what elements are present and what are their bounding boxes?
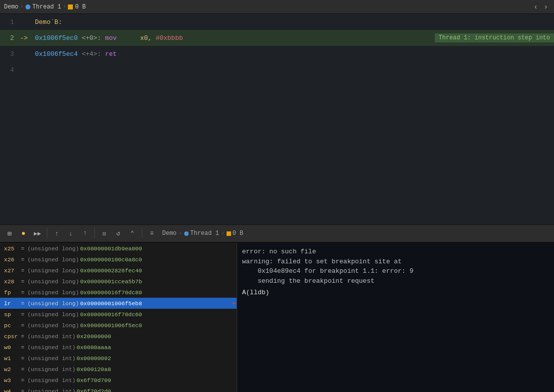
reg-val-w0: 0x0000aaaa — [77, 344, 111, 351]
frame-rect-icon — [68, 4, 73, 9]
reg-val-x28: 0x00000001ccea5b7b — [80, 278, 142, 285]
register-row-w3[interactable]: w3 = (unsigned int) 0x6f70d709 — [0, 375, 237, 386]
reg-name-cpsr: cpsr — [4, 333, 19, 340]
breadcrumb-chevron-1: › — [20, 4, 23, 9]
toolbar-breadcrumb-frame: 0 B — [227, 230, 244, 237]
reg-val-w2: 0x000120a8 — [77, 366, 111, 373]
reg-name-x25: x25 — [4, 245, 19, 252]
toolbar-breadcrumb: Demo › Thread 1 › 0 B — [162, 230, 243, 237]
reg-name-x27: x27 — [4, 267, 19, 274]
title-nav: ‹ › — [532, 2, 550, 12]
nav-back-btn[interactable]: ‹ — [532, 2, 540, 12]
reg-name-w3: w3 — [4, 377, 19, 384]
line-content-3: 0x1006f5ec4 <+4>: ret — [35, 50, 554, 58]
step-over-button[interactable]: ↑ — [51, 228, 62, 239]
line-content-1: Demo`B: — [35, 18, 554, 26]
register-row-x26[interactable]: x26 = (unsigned long) 0x0000000100c0a8c0 — [0, 254, 237, 265]
reg-val-w4: 0x6f70d2d0 — [77, 388, 111, 392]
register-row-w0[interactable]: w0 = (unsigned int) 0x0000aaaa — [0, 342, 237, 353]
reg-name-sp: sp — [4, 311, 19, 318]
frame-button[interactable]: ⊡ — [99, 228, 110, 239]
jump-button[interactable]: ⌃ — [127, 228, 138, 239]
nav-forward-btn[interactable]: › — [542, 2, 550, 12]
register-row-x27[interactable]: x27 = (unsigned long) 0x00000002826fec40 — [0, 265, 237, 276]
reg-val-x25: 0x00000001db9ea000 — [80, 245, 142, 252]
step-into-button[interactable]: ↓ — [65, 228, 76, 239]
line3-mnemonic: ret — [105, 50, 116, 58]
line2-offset: <+0>: — [82, 34, 105, 42]
breadcrumb-thread: Thread 1 — [25, 3, 61, 10]
line-num-1: 1 — [0, 18, 20, 26]
code-line-1: 1 Demo`B: — [0, 14, 554, 30]
line-num-3: 3 — [0, 50, 20, 58]
register-row-fp[interactable]: fp = (unsigned long) 0x000000016f70dc80 — [0, 287, 237, 298]
reg-name-w2: w2 — [4, 366, 19, 373]
record-button[interactable]: ● — [18, 228, 29, 239]
code-line-2: 2 -> 0x1006f5ec0 <+0>: mov x0, #0xbbbb T… — [0, 30, 554, 46]
reg-name-pc: pc — [4, 322, 19, 329]
reg-name-w4: w4 — [4, 388, 19, 392]
toolbar-thread-dot-icon — [184, 231, 189, 236]
console-prompt[interactable]: A(lldb) — [242, 288, 549, 298]
register-row-cpsr[interactable]: cpsr = (unsigned int) 0x20000000 — [0, 331, 237, 342]
register-row-w4[interactable]: w4 = (unsigned int) 0x6f70d2d0 — [0, 386, 237, 392]
code-editor: 1 Demo`B: 2 -> 0x1006f5ec0 <+0>: mov x0,… — [0, 14, 554, 224]
reg-val-x26: 0x0000000100c0a8c0 — [80, 256, 142, 263]
register-row-x28[interactable]: x28 = (unsigned long) 0x00000001ccea5b7b — [0, 276, 237, 287]
console-panel: error: no such file warning: failed to s… — [237, 243, 554, 392]
breadcrumb-chevron-2: › — [63, 4, 66, 9]
register-row-pc[interactable]: pc = (unsigned long) 0x00000001006f5ec0 — [0, 320, 237, 331]
bottom-pane: x25 = (unsigned long) 0x00000001db9ea000… — [0, 242, 554, 392]
toolbar: ⊞ ● ▶▶ ↑ ↓ ↓ ⊡ ↺ ⌃ ≡ Demo › Thread 1 › 0… — [0, 224, 554, 242]
line-arrow-2: -> — [20, 34, 35, 42]
reg-val-w3: 0x6f70d709 — [77, 377, 111, 384]
line2-addr: 0x1006f5ec0 — [35, 34, 82, 42]
code-line-4: 4 — [0, 62, 554, 78]
toolbar-breadcrumb-thread: Thread 1 — [184, 230, 219, 237]
reg-name-fp: fp — [4, 289, 19, 296]
reg-val-cpsr: 0x20000000 — [77, 333, 111, 340]
line-num-2: 2 — [0, 34, 20, 42]
reg-val-lr: 0x00000001006f5eb8 — [80, 300, 142, 307]
line2-reg: x0, — [140, 34, 152, 42]
register-row-w1[interactable]: w1 = (unsigned int) 0x00000002 — [0, 353, 237, 364]
reg-name-w0: w0 — [4, 344, 19, 351]
line-content-2: 0x1006f5ec0 <+0>: mov x0, #0xbbbb — [35, 34, 431, 42]
code-line-3: 3 0x1006f5ec4 <+4>: ret — [0, 46, 554, 62]
reg-name-x28: x28 — [4, 278, 19, 285]
register-row-lr[interactable]: lr = (unsigned long) 0x00000001006f5eb8 … — [0, 298, 237, 309]
reg-val-x27: 0x00000002826fec40 — [80, 267, 142, 274]
continue-button[interactable]: ▶▶ — [32, 228, 43, 239]
active-thread-label: Thread 1: instruction step into — [435, 33, 554, 42]
reg-name-x26: x26 — [4, 256, 19, 263]
title-bar: Demo › Thread 1 › 0 B ‹ › — [0, 0, 554, 14]
line-num-4: 4 — [0, 66, 20, 74]
reg-val-sp: 0x000000016f70dc60 — [80, 311, 142, 318]
title-breadcrumb: Demo › Thread 1 › 0 B — [4, 3, 86, 10]
sep2 — [94, 228, 95, 238]
add-button[interactable]: ↺ — [113, 228, 124, 239]
register-row-sp[interactable]: sp = (unsigned long) 0x000000016f70dc60 — [0, 309, 237, 320]
line2-mnemonic: mov — [105, 34, 116, 42]
toolbar-frame-rect-icon — [227, 231, 231, 236]
register-row-w2[interactable]: w2 = (unsigned int) 0x000120a8 — [0, 364, 237, 375]
code-editor-area: 1 Demo`B: 2 -> 0x1006f5ec0 <+0>: mov x0,… — [0, 14, 554, 224]
registers-panel[interactable]: x25 = (unsigned long) 0x00000001db9ea000… — [0, 243, 237, 392]
toolbar-breadcrumb-demo: Demo — [162, 230, 177, 237]
line3-addr: 0x1006f5ec4 — [35, 50, 82, 58]
red-arrow-icon: ← — [233, 297, 237, 310]
register-row-x25[interactable]: x25 = (unsigned long) 0x00000001db9ea000 — [0, 243, 237, 254]
console-output: error: no such file warning: failed to s… — [242, 247, 549, 286]
reg-val-w1: 0x00000002 — [77, 355, 111, 362]
thread-dot-icon — [25, 4, 30, 9]
layout-button[interactable]: ⊞ — [4, 228, 15, 239]
line2-imm: #0xbbbb — [156, 34, 183, 42]
thread-view-button[interactable]: ≡ — [146, 228, 157, 239]
breadcrumb-demo: Demo — [4, 3, 18, 10]
reg-name-lr: lr — [4, 300, 19, 307]
reg-name-w1: w1 — [4, 355, 19, 362]
reg-val-fp: 0x000000016f70dc80 — [80, 289, 142, 296]
sep3 — [142, 228, 142, 238]
sep1 — [47, 228, 47, 238]
step-out-button[interactable]: ↓ — [79, 228, 90, 239]
